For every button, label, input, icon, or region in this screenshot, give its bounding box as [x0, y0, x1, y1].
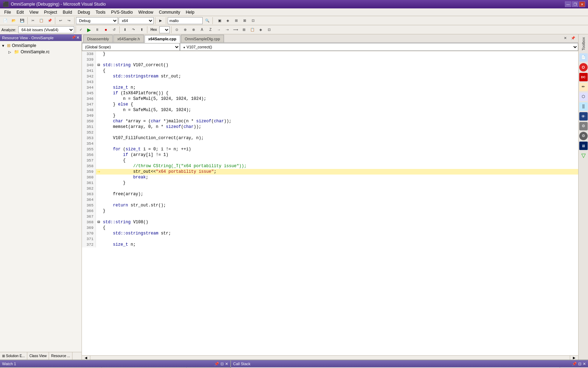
- doc-close-btn[interactable]: ✕: [561, 34, 569, 42]
- btn-a[interactable]: ▣: [216, 17, 223, 25]
- cs-close-btn[interactable]: ✕: [583, 362, 586, 366]
- solution-explorer-tab[interactable]: ⊞ Solution E...: [0, 352, 27, 360]
- dbg-btn8[interactable]: ⟿: [232, 26, 239, 34]
- cs-header-btns[interactable]: 📌 ⊡ ✕: [572, 362, 586, 366]
- dc-icon[interactable]: DC: [579, 73, 588, 81]
- eye-icon[interactable]: 👁: [579, 112, 588, 121]
- menu-item-view[interactable]: View: [27, 9, 41, 15]
- hex-select[interactable]: ▼: [159, 26, 170, 33]
- pin-btn[interactable]: 📌: [71, 35, 76, 40]
- menu-item-build[interactable]: Build: [60, 9, 75, 15]
- menu-item-edit[interactable]: Edit: [14, 9, 27, 15]
- watch-pin-btn[interactable]: 📌: [214, 362, 219, 366]
- close-button[interactable]: ✕: [579, 1, 585, 7]
- open-btn[interactable]: 📂: [10, 17, 18, 25]
- dbg-btn3[interactable]: ⊗: [190, 26, 197, 34]
- debug-stop-btn[interactable]: ■: [102, 26, 110, 34]
- colorful-icon[interactable]: ⬡: [579, 93, 588, 101]
- tab-omnisampledlg[interactable]: OmniSampleDlg.cpp: [181, 35, 224, 42]
- btn-d[interactable]: ⊠: [241, 17, 248, 25]
- scroll-track[interactable]: [90, 356, 570, 360]
- debug-restart-btn[interactable]: ↺: [110, 26, 118, 34]
- menu-item-help[interactable]: Help: [183, 9, 197, 15]
- undo-btn[interactable]: ↩: [57, 17, 64, 25]
- tree-root[interactable]: ▼ ⊞ OmniSample: [1, 42, 80, 49]
- menu-item-window[interactable]: Window: [135, 9, 156, 15]
- debug-pause-btn[interactable]: ⏸: [93, 26, 101, 34]
- minimize-button[interactable]: —: [565, 1, 571, 7]
- dbg-btn6[interactable]: →: [215, 26, 223, 34]
- step-over-btn[interactable]: ↷: [130, 26, 137, 34]
- scope-combo[interactable]: (Global Scope): [82, 43, 180, 51]
- dots-icon[interactable]: ⣿: [579, 102, 588, 111]
- dbg-btn5[interactable]: Z: [206, 26, 214, 34]
- menu-item-project[interactable]: Project: [41, 9, 60, 15]
- code-line-367: 367: [82, 214, 578, 219]
- step-out-btn[interactable]: ⬆: [138, 26, 146, 34]
- class-view-tab[interactable]: Class View: [27, 352, 49, 360]
- pencil-icon[interactable]: ✏: [579, 83, 588, 91]
- menu-item-debug[interactable]: Debug: [75, 9, 93, 15]
- toolbox-label[interactable]: Toolbox: [581, 36, 586, 52]
- check-all-btn[interactable]: ✓: [77, 26, 84, 33]
- redo-btn[interactable]: ↪: [65, 17, 73, 25]
- resource-view-tab[interactable]: Resource ...: [49, 352, 72, 360]
- step-into-btn[interactable]: ⬇: [121, 26, 129, 34]
- tree-child[interactable]: ▷ 📁 OmniSample.rc: [1, 49, 80, 55]
- paste-btn[interactable]: 📌: [46, 17, 54, 25]
- panel-controls[interactable]: 📌 ✕: [71, 35, 79, 40]
- restore-button[interactable]: ❐: [572, 1, 578, 7]
- doc-pin-btn[interactable]: 📌: [569, 34, 577, 42]
- watch-close-btn[interactable]: ✕: [225, 362, 228, 366]
- menu-item-pvs-studio[interactable]: PVS-Studio: [108, 9, 135, 15]
- dbg-btn1[interactable]: ⊙: [173, 26, 181, 34]
- analyze-platform-select[interactable]: 64-bit issues (Viva64): [18, 26, 74, 33]
- expand-icon[interactable]: ▼: [1, 44, 6, 48]
- new-btn[interactable]: 📄: [1, 17, 9, 25]
- scroll-right-btn[interactable]: ►: [570, 356, 578, 360]
- gear-settings-icon[interactable]: ⚙: [579, 122, 588, 130]
- title-bar-buttons[interactable]: — ❐ ✕: [565, 1, 585, 7]
- code-scrollbar[interactable]: ◄ ►: [82, 355, 578, 360]
- dbg-btn12[interactable]: ⊡: [265, 26, 273, 34]
- dbg-btn2[interactable]: ⊕: [181, 26, 189, 34]
- monitor-icon[interactable]: 🖥: [579, 142, 588, 150]
- btn-e[interactable]: ⊡: [249, 17, 257, 25]
- tab-x64samplecpp[interactable]: x64Sample.cpp: [145, 35, 180, 43]
- search-go-btn[interactable]: 🔍: [203, 17, 211, 25]
- cs-float-btn[interactable]: ⊡: [578, 362, 581, 366]
- scroll-left-btn[interactable]: ◄: [82, 356, 90, 360]
- close-panel-btn[interactable]: ✕: [76, 35, 79, 40]
- tab-x64sampleh[interactable]: x64Sample.h: [113, 35, 144, 42]
- code-line-366: 366 }: [82, 208, 578, 214]
- watch-header-btns[interactable]: 📌 ⊡ ✕: [214, 362, 228, 366]
- build-btn[interactable]: ▶: [157, 17, 164, 25]
- dbg-btn7[interactable]: ⇢: [223, 26, 231, 34]
- dbg-btn10[interactable]: 📋: [248, 26, 256, 34]
- hex-btn[interactable]: Hex: [149, 26, 159, 34]
- dbg-btn11[interactable]: ◈: [257, 26, 265, 34]
- search-input[interactable]: [168, 17, 203, 24]
- btn-c[interactable]: ⊞: [232, 17, 240, 25]
- btn-b[interactable]: ◈: [224, 17, 232, 25]
- dbg-btn4[interactable]: A: [198, 26, 206, 34]
- menu-item-community[interactable]: Community: [156, 9, 183, 15]
- cs-pin-btn[interactable]: 📌: [572, 362, 577, 366]
- cut-btn[interactable]: ✂: [29, 17, 37, 25]
- menu-item-file[interactable]: File: [1, 9, 14, 15]
- function-combo[interactable]: ⬧ V107_correct(): [180, 43, 578, 51]
- config-select[interactable]: Debug: [76, 17, 118, 24]
- gear2-icon[interactable]: ⚙: [579, 132, 588, 140]
- tab-disassembly[interactable]: Disassembly: [83, 35, 113, 42]
- dbg-btn9[interactable]: ⊞: [240, 26, 248, 34]
- copy-btn[interactable]: 📋: [37, 17, 45, 25]
- opera-icon[interactable]: O: [579, 63, 588, 71]
- file-viewer-icon[interactable]: 📄: [579, 53, 588, 62]
- triangle-green-icon[interactable]: ▽: [579, 151, 588, 160]
- platform-select[interactable]: x64: [119, 17, 154, 24]
- expand-child-icon[interactable]: ▷: [8, 50, 13, 54]
- debug-run-btn[interactable]: ▶: [85, 26, 93, 34]
- save-btn[interactable]: 💾: [18, 17, 26, 25]
- menu-item-tools[interactable]: Tools: [93, 9, 108, 15]
- watch-float-btn[interactable]: ⊡: [220, 362, 224, 366]
